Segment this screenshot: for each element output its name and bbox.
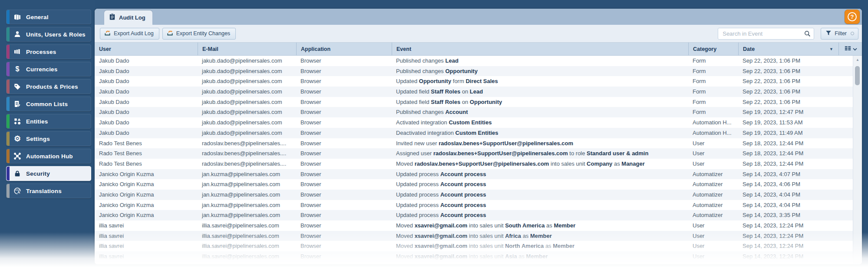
cell-date: Sep 14, 2023, 4:04 PM bbox=[738, 190, 838, 200]
table-row[interactable]: Janicko Origin Kuzmajan.kuzma@pipeliners… bbox=[95, 179, 862, 190]
cell-event: Updated Opportunity form Direct Sales bbox=[392, 76, 688, 87]
cell-application: Browser bbox=[296, 128, 392, 138]
cell-application: Browser bbox=[296, 262, 392, 264]
table-row[interactable]: Jakub Dadojakub.dado@pipelinersales.comB… bbox=[95, 76, 862, 87]
cell-category: User bbox=[688, 220, 738, 231]
table-row[interactable]: Janicko Origin Kuzmajan.kuzma@pipeliners… bbox=[95, 190, 862, 200]
cell-category: User bbox=[688, 231, 738, 241]
sidebar-item-units-users-roles[interactable]: Units, Users & Roles bbox=[6, 27, 91, 42]
table-row[interactable]: Rado Test Benesradoslav.benes@pipeliners… bbox=[95, 138, 862, 149]
cell-event: Published changes Account bbox=[392, 107, 688, 117]
sidebar-item-automation-hub[interactable]: Automation Hub bbox=[6, 149, 91, 164]
column-header-email[interactable]: E-Mail bbox=[198, 43, 296, 55]
table-row[interactable]: illia savreiillia.savrei@pipelinersales.… bbox=[95, 231, 862, 241]
table-row[interactable]: illia savreiillia.savrei@pipelinersales.… bbox=[95, 251, 862, 262]
column-header-date[interactable]: Date ▼ bbox=[738, 43, 838, 55]
admin-sidebar: GeneralUnits, Users & RolesProcesses$Cur… bbox=[0, 0, 95, 267]
cell-user: Jakub Dado bbox=[95, 128, 198, 138]
accent-bar bbox=[7, 167, 10, 180]
cell-user: illia savrei bbox=[95, 262, 198, 264]
cell-category: Automatizer bbox=[688, 179, 738, 190]
cell-event: Published changes Opportunity bbox=[392, 66, 688, 77]
table-row[interactable]: Jakub Dadojakub.dado@pipelinersales.comB… bbox=[95, 117, 862, 128]
translations-icon: A bbox=[12, 187, 23, 195]
cell-date: Sep 14, 2023, 12:24 PM bbox=[738, 241, 838, 251]
search-icon[interactable] bbox=[804, 30, 811, 39]
cell-date: Sep 14, 2023, 12:24 PM bbox=[738, 262, 838, 264]
table-row[interactable]: Rado Test Benesradoslav.benes@pipeliners… bbox=[95, 148, 862, 159]
button-label: Filter bbox=[835, 30, 847, 37]
cell-date: Sep 22, 2023, 1:06 PM bbox=[738, 97, 838, 107]
table-row[interactable]: illia savreiillia.savrei@pipelinersales.… bbox=[95, 241, 862, 251]
settings-icon: ⚙ bbox=[12, 135, 23, 143]
search-input[interactable] bbox=[718, 28, 814, 40]
cell-application: Browser bbox=[296, 241, 392, 251]
cell-email: jakub.dado@pipelinersales.com bbox=[198, 97, 296, 107]
table-row[interactable]: Jakub Dadojakub.dado@pipelinersales.comB… bbox=[95, 87, 862, 97]
sidebar-item-processes[interactable]: Processes bbox=[6, 44, 91, 59]
table-row[interactable]: Jakub Dadojakub.dado@pipelinersales.comB… bbox=[95, 97, 862, 107]
cell-date: Sep 22, 2023, 1:06 PM bbox=[738, 56, 838, 66]
table-row[interactable]: Janicko Origin Kuzmajan.kuzma@pipeliners… bbox=[95, 169, 862, 180]
sort-desc-icon[interactable]: ▼ bbox=[829, 47, 833, 51]
cell-user: Jakub Dado bbox=[95, 107, 198, 117]
table-row[interactable]: Jakub Dadojakub.dado@pipelinersales.comB… bbox=[95, 107, 862, 117]
table-row[interactable]: Janicko Origin Kuzmajan.kuzma@pipeliners… bbox=[95, 210, 862, 220]
column-header-application[interactable]: Application bbox=[296, 43, 392, 55]
table-row[interactable]: Jakub Dadojakub.dado@pipelinersales.comB… bbox=[95, 56, 862, 66]
cell-email: radoslav.benes@pipelinersales.... bbox=[198, 148, 296, 159]
sidebar-item-entities[interactable]: Entities bbox=[6, 114, 91, 129]
cell-category: Form bbox=[688, 87, 738, 97]
filter-funnel-icon bbox=[825, 30, 832, 38]
cell-event: Moved xsavrei@gmail.com into sales unit … bbox=[392, 251, 688, 262]
sidebar-item-security[interactable]: Security bbox=[6, 166, 91, 181]
column-header-event[interactable]: Event bbox=[392, 43, 688, 55]
cell-date: Sep 14, 2023, 12:24 PM bbox=[738, 251, 838, 262]
sidebar-item-general[interactable]: General bbox=[6, 10, 91, 24]
search-box bbox=[718, 28, 814, 40]
table-row[interactable]: Rado Test Benesradoslav.benes@pipeliners… bbox=[95, 159, 862, 169]
cell-user: Jakub Dado bbox=[95, 117, 198, 128]
cell-application: Browser bbox=[296, 251, 392, 262]
sidebar-item-currencies[interactable]: $Currencies bbox=[6, 62, 91, 77]
sidebar-item-common-lists[interactable]: Common Lists bbox=[6, 97, 91, 111]
cell-user: Rado Test Benes bbox=[95, 138, 198, 149]
cell-date: Sep 19, 2023, 11:53 AM bbox=[738, 117, 838, 128]
column-picker-button[interactable] bbox=[838, 43, 862, 55]
table-row[interactable]: Jakub Dadojakub.dado@pipelinersales.comB… bbox=[95, 66, 862, 77]
scroll-up-arrow[interactable]: ▲ bbox=[853, 56, 862, 62]
help-button[interactable]: ? bbox=[845, 10, 860, 24]
table-row[interactable]: illia savreiillia.savrei@pipelinersales.… bbox=[95, 220, 862, 231]
cell-email: jan.kuzma@pipelinersales.com bbox=[198, 169, 296, 180]
cell-date: Sep 19, 2023, 11:49 AM bbox=[738, 128, 838, 138]
table-row[interactable]: Janicko Origin Kuzmajan.kuzma@pipeliners… bbox=[95, 200, 862, 210]
cell-category: User bbox=[688, 138, 738, 149]
cell-user: illia savrei bbox=[95, 231, 198, 241]
column-header-user[interactable]: User bbox=[95, 43, 198, 55]
cell-category: Automation H... bbox=[688, 117, 738, 128]
table-body: Jakub Dadojakub.dado@pipelinersales.comB… bbox=[95, 56, 862, 264]
sidebar-item-settings[interactable]: ⚙Settings bbox=[6, 131, 91, 146]
sidebar-item-products-prices[interactable]: Products & Prices bbox=[6, 79, 91, 94]
cell-user: Janicko Origin Kuzma bbox=[95, 179, 198, 190]
cell-event: Updated process Account process bbox=[392, 179, 688, 190]
cell-category: Form bbox=[688, 66, 738, 77]
cell-category: User bbox=[688, 159, 738, 169]
table-rows: Jakub Dadojakub.dado@pipelinersales.comB… bbox=[95, 56, 862, 264]
cell-event: Moved xsavrei@gmail.com into sales unit … bbox=[392, 231, 688, 241]
export-entity-changes-button[interactable]: Export Entity Changes bbox=[162, 28, 236, 40]
sidebar-item-translations[interactable]: ATranslations bbox=[6, 184, 91, 198]
cell-email: jakub.dado@pipelinersales.com bbox=[198, 66, 296, 77]
tab-audit-log[interactable]: Audit Log bbox=[104, 10, 152, 25]
cell-event: Moved radoslav.benes+SupportUser@pipelin… bbox=[392, 159, 688, 169]
filter-button[interactable]: Filter bbox=[821, 28, 858, 40]
cell-user: Janicko Origin Kuzma bbox=[95, 190, 198, 200]
table-row[interactable]: Jakub Dadojakub.dado@pipelinersales.comB… bbox=[95, 128, 862, 138]
cell-email: illia.savrei@pipelinersales.com bbox=[198, 220, 296, 231]
cell-email: radoslav.benes@pipelinersales.... bbox=[198, 138, 296, 149]
vertical-scrollbar[interactable]: ▲ bbox=[853, 56, 862, 264]
scrollbar-thumb[interactable] bbox=[855, 66, 860, 85]
table-row[interactable]: illia savreiillia.savrei@pipelinersales.… bbox=[95, 262, 862, 264]
export-audit-log-button[interactable]: Export Audit Log bbox=[100, 28, 159, 40]
column-header-category[interactable]: Category bbox=[688, 43, 738, 55]
